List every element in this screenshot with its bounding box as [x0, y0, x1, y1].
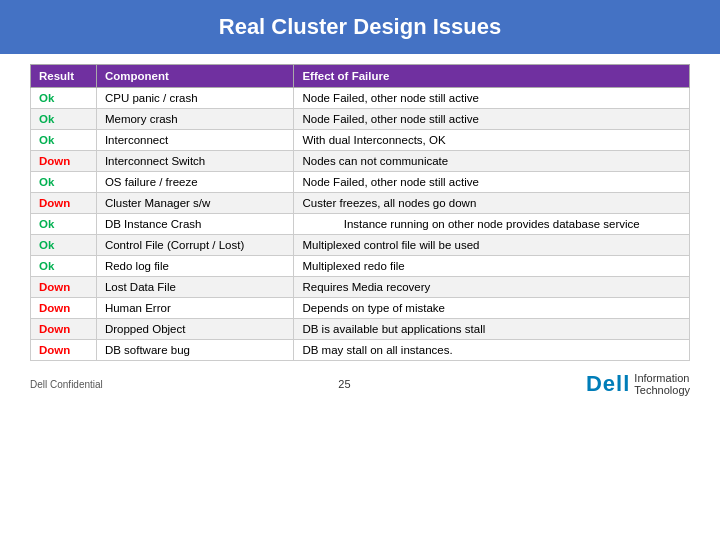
cell-result: Down: [31, 298, 97, 319]
cell-effect: Node Failed, other node still active: [294, 172, 690, 193]
table-row: DownDB software bugDB may stall on all i…: [31, 340, 690, 361]
cell-effect: Multiplexed redo file: [294, 256, 690, 277]
cell-component: Lost Data File: [96, 277, 294, 298]
cell-component: OS failure / freeze: [96, 172, 294, 193]
footer-confidential: Dell Confidential: [30, 379, 103, 390]
cell-result: Ok: [31, 235, 97, 256]
dell-logo-container: Dell Information Technology: [586, 371, 690, 397]
issues-table: Result Component Effect of Failure OkCPU…: [30, 64, 690, 361]
cell-effect: DB may stall on all instances.: [294, 340, 690, 361]
it-line2: Technology: [634, 384, 690, 396]
col-effect: Effect of Failure: [294, 65, 690, 88]
table-row: OkInterconnectWith dual Interconnects, O…: [31, 130, 690, 151]
cell-component: DB Instance Crash: [96, 214, 294, 235]
table-row: DownInterconnect SwitchNodes can not com…: [31, 151, 690, 172]
cell-component: Cluster Manager s/w: [96, 193, 294, 214]
table-row: OkOS failure / freezeNode Failed, other …: [31, 172, 690, 193]
dell-logo: Dell: [586, 371, 630, 397]
cell-effect: Node Failed, other node still active: [294, 88, 690, 109]
cell-component: Human Error: [96, 298, 294, 319]
cell-effect: Multiplexed control file will be used: [294, 235, 690, 256]
it-label: Information Technology: [634, 372, 690, 396]
cell-result: Ok: [31, 88, 97, 109]
table-row: DownLost Data FileRequires Media recover…: [31, 277, 690, 298]
cell-result: Ok: [31, 109, 97, 130]
cell-component: DB software bug: [96, 340, 294, 361]
dell-text: Dell: [586, 371, 630, 396]
col-component: Component: [96, 65, 294, 88]
cell-component: Interconnect Switch: [96, 151, 294, 172]
main-content: Result Component Effect of Failure OkCPU…: [0, 54, 720, 367]
table-row: OkMemory crashNode Failed, other node st…: [31, 109, 690, 130]
table-row: DownDropped ObjectDB is available but ap…: [31, 319, 690, 340]
cell-component: Control File (Corrupt / Lost): [96, 235, 294, 256]
cell-result: Ok: [31, 130, 97, 151]
footer: Dell Confidential 25 Dell Information Te…: [0, 367, 720, 397]
cell-result: Down: [31, 319, 97, 340]
table-row: OkDB Instance CrashInstance running on o…: [31, 214, 690, 235]
table-row: DownHuman ErrorDepends on type of mistak…: [31, 298, 690, 319]
cell-result: Ok: [31, 214, 97, 235]
cell-component: Memory crash: [96, 109, 294, 130]
cell-component: CPU panic / crash: [96, 88, 294, 109]
cell-result: Down: [31, 277, 97, 298]
table-row: OkCPU panic / crashNode Failed, other no…: [31, 88, 690, 109]
cell-result: Down: [31, 193, 97, 214]
cell-component: Interconnect: [96, 130, 294, 151]
header: Real Cluster Design Issues: [0, 0, 720, 54]
page-title: Real Cluster Design Issues: [0, 0, 720, 54]
cell-effect: Depends on type of mistake: [294, 298, 690, 319]
cell-effect: Requires Media recovery: [294, 277, 690, 298]
cell-effect: With dual Interconnects, OK: [294, 130, 690, 151]
it-line1: Information: [634, 372, 690, 384]
table-row: OkRedo log fileMultiplexed redo file: [31, 256, 690, 277]
cell-result: Down: [31, 151, 97, 172]
cell-effect: Instance running on other node provides …: [294, 214, 690, 235]
page-number: 25: [338, 378, 350, 390]
col-result: Result: [31, 65, 97, 88]
cell-effect: Node Failed, other node still active: [294, 109, 690, 130]
table-row: DownCluster Manager s/wCuster freezes, a…: [31, 193, 690, 214]
cell-component: Redo log file: [96, 256, 294, 277]
table-header-row: Result Component Effect of Failure: [31, 65, 690, 88]
cell-component: Dropped Object: [96, 319, 294, 340]
cell-effect: Nodes can not communicate: [294, 151, 690, 172]
table-row: OkControl File (Corrupt / Lost)Multiplex…: [31, 235, 690, 256]
cell-result: Down: [31, 340, 97, 361]
cell-effect: Custer freezes, all nodes go down: [294, 193, 690, 214]
cell-result: Ok: [31, 256, 97, 277]
cell-effect: DB is available but applications stall: [294, 319, 690, 340]
cell-result: Ok: [31, 172, 97, 193]
